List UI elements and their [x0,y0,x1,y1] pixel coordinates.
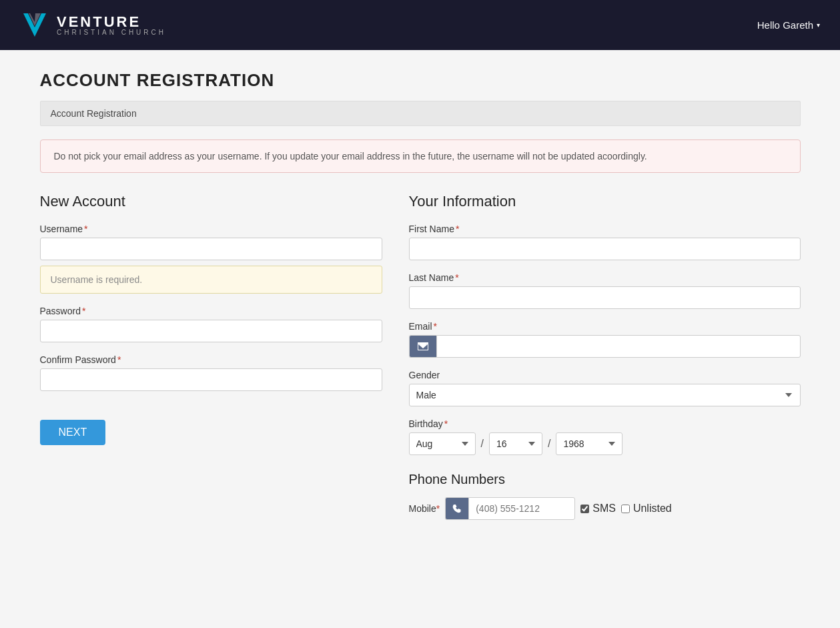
birthday-separator-2: / [548,438,550,450]
user-menu[interactable]: Hello Gareth ▾ [757,19,820,31]
username-field-group: Username* Username is required. [40,224,382,294]
password-input[interactable] [40,320,382,342]
gender-select[interactable]: Male Female Other [409,384,801,406]
birthday-separator-1: / [481,438,484,450]
gender-field-group: Gender Male Female Other [409,370,801,406]
confirm-password-label: Confirm Password* [40,354,382,365]
birthday-row: JanFebMarApr MayJunJulAug SepOctNovDec /… [409,432,801,455]
last-name-input[interactable] [409,286,801,309]
birthday-label: Birthday* [409,418,801,429]
main-content: ACCOUNT REGISTRATION Account Registratio… [27,50,814,552]
first-name-label: First Name* [409,224,801,234]
email-input[interactable] [436,335,801,358]
mobile-label: Mobile* [409,503,440,514]
mobile-input[interactable] [468,497,575,520]
user-greeting: Hello Gareth [757,19,813,31]
phone-numbers-title: Phone Numbers [409,472,801,487]
password-label: Password* [40,306,382,316]
birthday-field-group: Birthday* JanFebMarApr MayJunJulAug SepO… [409,418,801,455]
email-field-group: Email* [409,321,801,358]
phone-row: Mobile* SMS [409,497,801,520]
page-title: ACCOUNT REGISTRATION [40,70,801,91]
password-field-group: Password* [40,306,382,342]
phone-input-container [445,497,575,520]
first-name-field-group: First Name* [409,224,801,260]
gender-label: Gender [409,370,801,380]
unlisted-checkbox[interactable] [621,505,630,513]
email-label: Email* [409,321,801,332]
birthday-year-select[interactable]: 1965196619671968 19691970 [556,432,622,455]
phone-icon-button[interactable] [445,497,468,520]
username-label: Username* [40,224,382,234]
new-account-section: New Account Username* Username is requir… [40,193,382,445]
unlisted-container: Unlisted [621,503,672,515]
confirm-password-field-group: Confirm Password* [40,354,382,391]
mobile-field-group: Mobile* SMS [409,497,801,520]
form-layout: New Account Username* Username is requir… [40,193,801,532]
confirm-password-input[interactable] [40,368,382,391]
envelope-icon [418,342,428,350]
brand-subtitle: CHRISTIAN CHURCH [57,29,166,36]
brand-name: VENTURE [57,15,166,29]
your-information-title: Your Information [409,193,801,210]
username-error: Username is required. [40,266,382,294]
site-header: VENTURE CHRISTIAN CHURCH Hello Gareth ▾ [0,0,840,50]
unlisted-label: Unlisted [633,503,672,515]
your-information-section: Your Information First Name* Last Name* … [409,193,801,532]
last-name-field-group: Last Name* [409,272,801,309]
username-input[interactable] [40,238,382,260]
logo-text: VENTURE CHRISTIAN CHURCH [57,15,166,36]
logo: VENTURE CHRISTIAN CHURCH [20,10,166,40]
birthday-month-select[interactable]: JanFebMarApr MayJunJulAug SepOctNovDec [409,432,476,455]
warning-message: Do not pick your email address as your u… [40,139,801,173]
first-name-input[interactable] [409,238,801,260]
email-icon-button[interactable] [409,335,436,358]
last-name-label: Last Name* [409,272,801,283]
next-button[interactable]: NEXT [40,420,106,445]
phone-icon [452,504,462,513]
email-input-wrapper [409,335,801,358]
logo-icon [20,10,50,40]
chevron-down-icon: ▾ [817,21,820,29]
birthday-day-select[interactable]: 12345 678910 1112131415 1617181920 21222… [489,432,542,455]
sms-checkbox[interactable] [580,505,589,513]
breadcrumb: Account Registration [40,101,801,126]
sms-container: SMS [580,503,616,515]
new-account-title: New Account [40,193,382,210]
sms-label: SMS [592,503,616,515]
